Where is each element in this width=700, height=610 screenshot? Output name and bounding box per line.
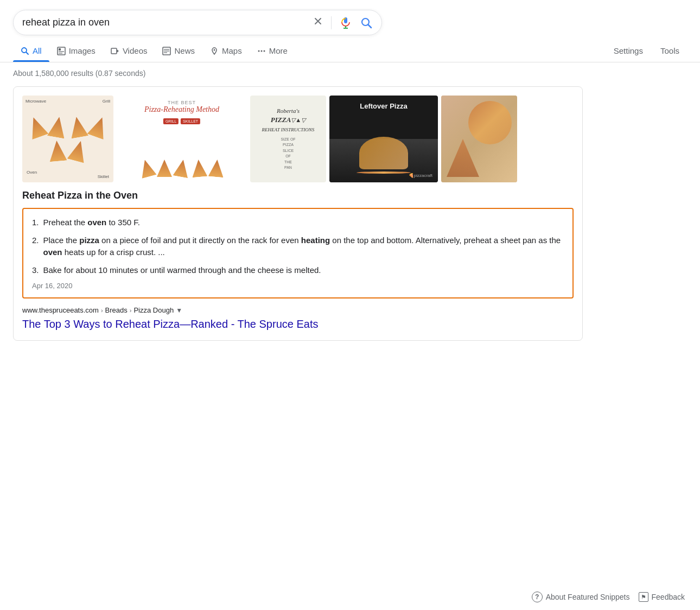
breadcrumb-arrow-2: ›: [130, 307, 132, 314]
svg-point-20: [263, 50, 265, 52]
tab-news-label: News: [174, 46, 195, 55]
question-circle-icon: ?: [532, 592, 543, 602]
svg-rect-11: [111, 48, 117, 54]
step-2-number: 2.: [32, 234, 39, 259]
source-breadcrumb-1: Breads: [105, 306, 128, 314]
close-icon: [313, 16, 323, 27]
step-3-text: Bake for about 10 minutes or until warme…: [43, 264, 321, 277]
tab-images[interactable]: Images: [49, 40, 103, 62]
svg-marker-12: [117, 49, 119, 53]
search-button[interactable]: [360, 16, 373, 29]
tab-videos[interactable]: Videos: [103, 40, 155, 62]
maps-icon: [210, 47, 219, 55]
tab-more[interactable]: More: [250, 40, 295, 62]
snippet-image-5[interactable]: [441, 96, 517, 182]
tools-button[interactable]: Tools: [653, 40, 687, 62]
search-bar-icons: [313, 16, 373, 29]
search-input[interactable]: [22, 17, 313, 28]
step-2: 2. Place the pizza on a piece of foil an…: [32, 234, 564, 259]
tab-maps-label: Maps: [222, 46, 242, 55]
snippet-images-row: Microwave Grill Oven Skillet THE BEST Pi…: [22, 96, 574, 182]
snippet-image-4[interactable]: Leftover Pizza 🍕pizzacraft: [329, 96, 438, 182]
search-nav: All Images Videos: [0, 40, 700, 62]
tab-all[interactable]: All: [13, 40, 49, 62]
tab-videos-label: Videos: [123, 46, 148, 55]
svg-point-17: [213, 49, 215, 50]
voice-search-button[interactable]: [339, 16, 352, 29]
tab-images-label: Images: [69, 46, 96, 55]
snippet-image-2[interactable]: THE BEST Pizza-Reheating Method GRILL SK…: [117, 96, 247, 182]
nav-right-items: Settings Tools: [606, 40, 687, 62]
step-1-text: Preheat the oven to 350 F.: [43, 217, 140, 229]
svg-line-6: [26, 52, 28, 54]
source-domain: www.thespruceeats.com: [22, 306, 99, 314]
tab-more-label: More: [269, 46, 288, 55]
microphone-icon: [339, 16, 352, 29]
step-3-number: 3.: [32, 264, 39, 277]
svg-line-4: [368, 24, 372, 28]
source-dropdown-icon[interactable]: ▼: [176, 307, 182, 314]
step-1: 1. Preheat the oven to 350 F.: [32, 217, 564, 229]
settings-button[interactable]: Settings: [606, 40, 651, 62]
snippet-title: Reheat Pizza in the Oven: [22, 190, 574, 201]
featured-snippet-card: Microwave Grill Oven Skillet THE BEST Pi…: [13, 86, 583, 341]
feedback-flag-icon: ⚑: [639, 592, 648, 602]
svg-point-19: [260, 50, 262, 52]
feedback-label: Feedback: [652, 593, 685, 601]
search-divider: [331, 16, 332, 29]
svg-rect-8: [59, 48, 61, 50]
source-result-link[interactable]: The Top 3 Ways to Reheat Pizza—Ranked - …: [22, 318, 318, 330]
breadcrumb-arrow: ›: [101, 307, 103, 314]
svg-point-18: [258, 50, 259, 52]
more-dots-icon: [257, 47, 266, 55]
tab-all-label: All: [33, 46, 42, 55]
search-icon: [360, 16, 373, 29]
results-count: About 1,580,000 results (0.87 seconds): [0, 62, 700, 82]
clear-search-button[interactable]: [313, 16, 323, 29]
about-snippets-item[interactable]: ? About Featured Snippets: [532, 592, 630, 602]
svg-rect-7: [58, 47, 65, 55]
step-2-text: Place the pizza on a piece of foil and p…: [43, 234, 564, 259]
snippet-image-3[interactable]: Roberta's PIZZA▽▲▽ REHEAT INSTRUCTIONS S…: [250, 96, 326, 182]
images-icon: [57, 47, 66, 55]
all-icon: [21, 47, 29, 55]
source-url-line: www.thespruceeats.com › Breads › Pizza D…: [22, 306, 574, 314]
tab-maps[interactable]: Maps: [202, 40, 250, 62]
page-footer: ? About Featured Snippets ⚑ Feedback: [0, 584, 700, 610]
snippet-steps-box: 1. Preheat the oven to 350 F. 2. Place t…: [22, 208, 574, 298]
tab-news[interactable]: News: [155, 40, 202, 62]
header: [0, 0, 700, 35]
source-breadcrumb-2: Pizza Dough: [133, 306, 174, 314]
search-bar: [13, 10, 382, 35]
about-snippets-label: About Featured Snippets: [546, 593, 630, 601]
step-1-number: 1.: [32, 217, 39, 229]
feedback-item[interactable]: ⚑ Feedback: [639, 592, 685, 602]
step-3: 3. Bake for about 10 minutes or until wa…: [32, 264, 564, 277]
snippet-date: Apr 16, 2020: [32, 282, 564, 290]
snippet-image-1[interactable]: Microwave Grill Oven Skillet: [22, 96, 113, 182]
videos-icon: [111, 47, 119, 55]
news-icon: [162, 47, 171, 55]
